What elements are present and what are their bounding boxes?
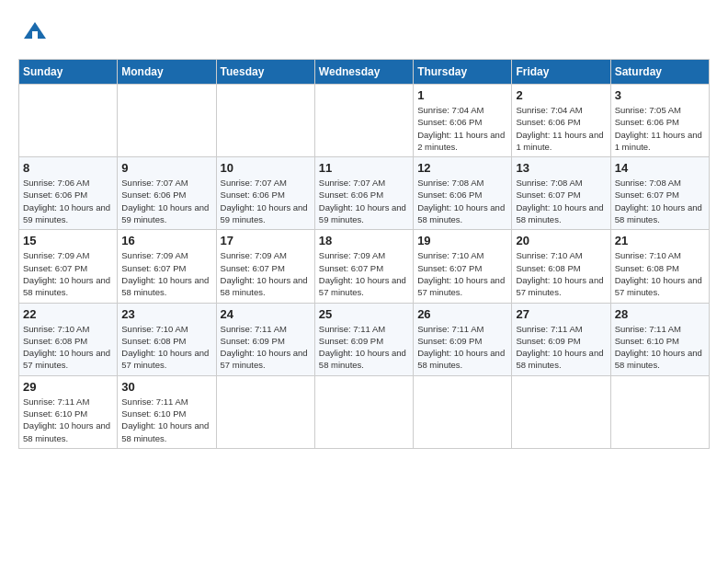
day-number: 1 (417, 88, 507, 102)
calendar-week-row: 15Sunrise: 7:09 AMSunset: 6:07 PMDayligh… (19, 230, 710, 303)
day-info: Sunrise: 7:11 AMSunset: 6:09 PMDaylight:… (221, 323, 311, 372)
day-number: 22 (23, 307, 113, 321)
day-cell: 22Sunrise: 7:10 AMSunset: 6:08 PMDayligh… (19, 303, 118, 375)
day-info: Sunrise: 7:10 AMSunset: 6:07 PMDaylight:… (417, 249, 507, 298)
day-cell: 25Sunrise: 7:11 AMSunset: 6:09 PMDayligh… (314, 303, 413, 375)
weekday-header-tuesday: Tuesday (216, 60, 314, 85)
day-number: 11 (319, 161, 409, 175)
day-info: Sunrise: 7:11 AMSunset: 6:09 PMDaylight:… (516, 323, 606, 372)
empty-day-cell (610, 375, 709, 448)
empty-day-cell (512, 375, 610, 448)
day-number: 28 (615, 307, 705, 321)
day-number: 12 (417, 161, 507, 175)
empty-day-cell (118, 85, 216, 157)
day-number: 30 (121, 380, 211, 394)
day-cell: 8Sunrise: 7:06 AMSunset: 6:06 PMDaylight… (19, 157, 118, 230)
day-number: 26 (417, 307, 507, 321)
day-info: Sunrise: 7:10 AMSunset: 6:08 PMDaylight:… (615, 249, 705, 298)
day-info: Sunrise: 7:07 AMSunset: 6:06 PMDaylight:… (121, 177, 211, 225)
day-info: Sunrise: 7:08 AMSunset: 6:06 PMDaylight:… (417, 177, 507, 225)
day-cell: 3Sunrise: 7:05 AMSunset: 6:06 PMDaylight… (610, 85, 709, 157)
day-cell: 15Sunrise: 7:09 AMSunset: 6:07 PMDayligh… (19, 230, 118, 303)
day-info: Sunrise: 7:10 AMSunset: 6:08 PMDaylight:… (516, 249, 606, 298)
weekday-header-row: SundayMondayTuesdayWednesdayThursdayFrid… (19, 60, 710, 85)
logo (18, 18, 48, 44)
svg-rect-1 (32, 31, 38, 39)
logo-icon (22, 18, 48, 44)
day-cell: 27Sunrise: 7:11 AMSunset: 6:09 PMDayligh… (512, 303, 610, 375)
day-info: Sunrise: 7:07 AMSunset: 6:06 PMDaylight:… (221, 177, 311, 225)
day-cell: 29Sunrise: 7:11 AMSunset: 6:10 PMDayligh… (19, 375, 118, 448)
day-info: Sunrise: 7:09 AMSunset: 6:07 PMDaylight:… (121, 249, 211, 298)
empty-day-cell (216, 375, 314, 448)
day-cell: 9Sunrise: 7:07 AMSunset: 6:06 PMDaylight… (118, 157, 216, 230)
day-cell: 20Sunrise: 7:10 AMSunset: 6:08 PMDayligh… (512, 230, 610, 303)
calendar-week-row: 8Sunrise: 7:06 AMSunset: 6:06 PMDaylight… (19, 157, 710, 230)
empty-day-cell (314, 85, 413, 157)
weekday-header-friday: Friday (512, 60, 610, 85)
day-info: Sunrise: 7:06 AMSunset: 6:06 PMDaylight:… (23, 177, 113, 225)
day-number: 3 (615, 88, 705, 102)
day-number: 29 (23, 380, 113, 394)
day-cell: 1Sunrise: 7:04 AMSunset: 6:06 PMDaylight… (414, 85, 512, 157)
day-number: 20 (516, 234, 606, 247)
day-cell: 13Sunrise: 7:08 AMSunset: 6:07 PMDayligh… (512, 157, 610, 230)
day-cell: 2Sunrise: 7:04 AMSunset: 6:06 PMDaylight… (512, 85, 610, 157)
day-number: 2 (516, 88, 606, 102)
day-cell: 21Sunrise: 7:10 AMSunset: 6:08 PMDayligh… (610, 230, 709, 303)
day-number: 8 (23, 161, 113, 175)
day-number: 15 (23, 234, 113, 247)
day-info: Sunrise: 7:11 AMSunset: 6:09 PMDaylight:… (319, 323, 409, 372)
calendar-table: SundayMondayTuesdayWednesdayThursdayFrid… (18, 59, 710, 449)
weekday-header-sunday: Sunday (19, 60, 118, 85)
day-info: Sunrise: 7:04 AMSunset: 6:06 PMDaylight:… (417, 104, 507, 153)
day-cell: 11Sunrise: 7:07 AMSunset: 6:06 PMDayligh… (314, 157, 413, 230)
day-cell: 28Sunrise: 7:11 AMSunset: 6:10 PMDayligh… (610, 303, 709, 375)
day-number: 17 (221, 234, 311, 247)
day-number: 24 (221, 307, 311, 321)
weekday-header-saturday: Saturday (610, 60, 709, 85)
empty-day-cell (414, 375, 512, 448)
day-info: Sunrise: 7:11 AMSunset: 6:10 PMDaylight:… (23, 396, 113, 444)
day-cell: 19Sunrise: 7:10 AMSunset: 6:07 PMDayligh… (414, 230, 512, 303)
day-cell: 26Sunrise: 7:11 AMSunset: 6:09 PMDayligh… (414, 303, 512, 375)
empty-day-cell (216, 85, 314, 157)
day-info: Sunrise: 7:09 AMSunset: 6:07 PMDaylight:… (221, 249, 311, 298)
day-info: Sunrise: 7:05 AMSunset: 6:06 PMDaylight:… (615, 104, 705, 153)
day-info: Sunrise: 7:10 AMSunset: 6:08 PMDaylight:… (23, 323, 113, 372)
day-cell: 18Sunrise: 7:09 AMSunset: 6:07 PMDayligh… (314, 230, 413, 303)
calendar-week-row: 22Sunrise: 7:10 AMSunset: 6:08 PMDayligh… (19, 303, 710, 375)
day-number: 10 (221, 161, 311, 175)
calendar-week-row: 29Sunrise: 7:11 AMSunset: 6:10 PMDayligh… (19, 375, 710, 448)
day-number: 25 (319, 307, 409, 321)
empty-day-cell (19, 85, 118, 157)
day-cell: 17Sunrise: 7:09 AMSunset: 6:07 PMDayligh… (216, 230, 314, 303)
day-cell: 23Sunrise: 7:10 AMSunset: 6:08 PMDayligh… (118, 303, 216, 375)
day-number: 23 (121, 307, 211, 321)
day-cell: 14Sunrise: 7:08 AMSunset: 6:07 PMDayligh… (610, 157, 709, 230)
day-cell: 30Sunrise: 7:11 AMSunset: 6:10 PMDayligh… (118, 375, 216, 448)
day-info: Sunrise: 7:08 AMSunset: 6:07 PMDaylight:… (615, 177, 705, 225)
day-number: 18 (319, 234, 409, 247)
day-number: 9 (121, 161, 211, 175)
page-header (18, 18, 710, 44)
day-info: Sunrise: 7:09 AMSunset: 6:07 PMDaylight:… (23, 249, 113, 298)
day-info: Sunrise: 7:09 AMSunset: 6:07 PMDaylight:… (319, 249, 409, 298)
weekday-header-monday: Monday (118, 60, 216, 85)
day-number: 27 (516, 307, 606, 321)
day-info: Sunrise: 7:11 AMSunset: 6:09 PMDaylight:… (417, 323, 507, 372)
empty-day-cell (314, 375, 413, 448)
day-number: 13 (516, 161, 606, 175)
calendar-week-row: 1Sunrise: 7:04 AMSunset: 6:06 PMDaylight… (19, 85, 710, 157)
day-number: 16 (121, 234, 211, 247)
day-number: 21 (615, 234, 705, 247)
day-cell: 24Sunrise: 7:11 AMSunset: 6:09 PMDayligh… (216, 303, 314, 375)
day-number: 14 (615, 161, 705, 175)
day-cell: 16Sunrise: 7:09 AMSunset: 6:07 PMDayligh… (118, 230, 216, 303)
day-info: Sunrise: 7:11 AMSunset: 6:10 PMDaylight:… (121, 396, 211, 444)
day-cell: 12Sunrise: 7:08 AMSunset: 6:06 PMDayligh… (414, 157, 512, 230)
day-info: Sunrise: 7:07 AMSunset: 6:06 PMDaylight:… (319, 177, 409, 225)
day-cell: 10Sunrise: 7:07 AMSunset: 6:06 PMDayligh… (216, 157, 314, 230)
weekday-header-thursday: Thursday (414, 60, 512, 85)
day-info: Sunrise: 7:11 AMSunset: 6:10 PMDaylight:… (615, 323, 705, 372)
